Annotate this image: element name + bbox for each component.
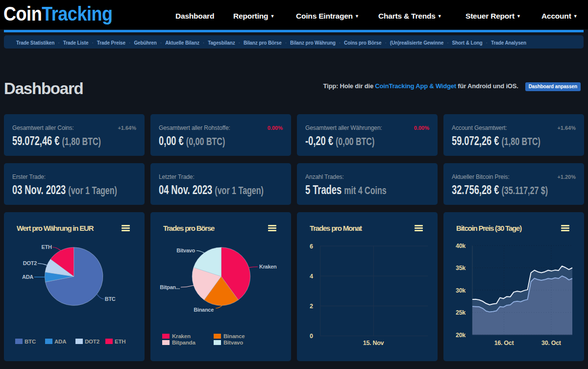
svg-text:2: 2 bbox=[310, 303, 313, 310]
svg-text:ADA: ADA bbox=[22, 274, 33, 280]
svg-text:Bitvavo: Bitvavo bbox=[223, 340, 243, 345]
svg-text:6: 6 bbox=[310, 243, 313, 250]
svg-text:30k: 30k bbox=[456, 287, 466, 294]
svg-text:Bitpanda: Bitpanda bbox=[172, 340, 196, 345]
svg-text:Kraken: Kraken bbox=[259, 264, 277, 270]
svg-text:15. Nov: 15. Nov bbox=[363, 340, 384, 346]
svg-text:ETH: ETH bbox=[41, 244, 51, 250]
svg-text:BTC: BTC bbox=[24, 339, 36, 344]
svg-text:ADA: ADA bbox=[54, 339, 66, 344]
svg-text:4: 4 bbox=[310, 273, 313, 280]
svg-text:Bitvavo: Bitvavo bbox=[176, 247, 195, 253]
svg-text:DOT2: DOT2 bbox=[23, 260, 37, 266]
svg-text:Binance: Binance bbox=[223, 333, 245, 339]
svg-text:0: 0 bbox=[310, 333, 313, 340]
svg-text:ETH: ETH bbox=[115, 339, 125, 344]
svg-text:25k: 25k bbox=[456, 309, 466, 316]
svg-text:Kraken: Kraken bbox=[172, 333, 191, 339]
svg-text:Bitpan...: Bitpan... bbox=[160, 284, 180, 290]
svg-text:Binance: Binance bbox=[194, 307, 214, 313]
svg-text:30. Oct: 30. Oct bbox=[541, 340, 562, 346]
svg-text:20k: 20k bbox=[456, 332, 466, 339]
svg-text:DOT2: DOT2 bbox=[85, 339, 99, 344]
svg-text:35k: 35k bbox=[456, 265, 466, 271]
svg-text:40k: 40k bbox=[456, 243, 466, 249]
svg-text:16. Oct: 16. Oct bbox=[494, 340, 514, 346]
svg-text:BTC: BTC bbox=[105, 296, 116, 302]
